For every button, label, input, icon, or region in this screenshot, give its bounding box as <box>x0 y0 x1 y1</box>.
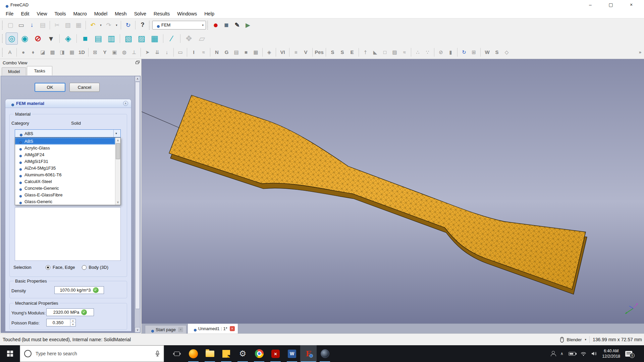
close-button[interactable]: × <box>624 0 639 9</box>
menu-item[interactable]: Macro <box>69 10 90 17</box>
maximize-button[interactable]: ▢ <box>603 0 619 9</box>
spinner-control[interactable]: ▲▼ <box>70 319 75 326</box>
app-icon-acrobat[interactable]: × <box>267 345 284 362</box>
axonometric-view-icon[interactable]: ◈ <box>62 33 74 45</box>
poisson-ratio-field[interactable]: 0.350 ▲▼ <box>46 319 76 326</box>
cube-plain-icon[interactable]: ◇ <box>502 48 511 57</box>
battery-icon[interactable] <box>569 352 576 356</box>
part-icon[interactable]: ❖ <box>183 33 195 45</box>
radio-face-edge[interactable] <box>46 265 50 270</box>
no-draw-icon[interactable]: ⊘ <box>436 48 445 57</box>
top-view-icon[interactable]: ▤ <box>92 33 104 45</box>
menu-item[interactable]: Windows <box>173 10 201 17</box>
material-option[interactable]: Concrete-Generic <box>15 185 115 191</box>
menu-item[interactable]: View <box>33 10 51 17</box>
whats-this-icon[interactable]: ? <box>138 20 148 30</box>
toolbar-grip[interactable] <box>2 34 3 43</box>
microphone-icon[interactable] <box>155 351 160 357</box>
app-icon-word[interactable]: W <box>284 345 300 362</box>
document-tab[interactable]: Unnamed1 : 1* × <box>187 323 238 334</box>
macro-edit-icon[interactable]: ✎ <box>232 20 242 30</box>
macro-stop-icon[interactable]: ■ <box>221 20 231 30</box>
save-icon[interactable]: ↓ <box>27 20 37 30</box>
start-button[interactable] <box>0 345 20 362</box>
combo-view-tab[interactable]: Model <box>2 67 26 75</box>
bar-icon[interactable]: ▮ <box>446 48 455 57</box>
cube-grid-icon[interactable]: ▦ <box>251 48 260 57</box>
new-file-icon[interactable]: ▢ <box>5 20 15 30</box>
cortana-icon[interactable] <box>24 350 32 357</box>
cut-icon[interactable]: ✂ <box>52 20 62 30</box>
bottom-view-icon[interactable]: ▨ <box>136 33 148 45</box>
refresh-icon[interactable]: ↻ <box>123 20 133 30</box>
right-view-icon[interactable]: ▥ <box>105 33 117 45</box>
app-icon-explorer[interactable] <box>202 345 218 362</box>
mesh-group-icon[interactable]: ◍ <box>120 48 129 57</box>
cube-striped-icon[interactable]: ▤ <box>232 48 241 57</box>
print-icon[interactable]: ▤ <box>38 20 48 30</box>
dropdown-scrollbar[interactable]: ∧ ∨ <box>115 138 120 205</box>
close-tab-icon[interactable]: × <box>230 326 235 331</box>
pes-icon[interactable]: Pes <box>315 48 324 57</box>
cube-n-icon[interactable]: N <box>212 48 221 57</box>
chevron-down-icon[interactable]: ▾ <box>585 338 586 341</box>
toolbar-grip[interactable] <box>149 21 150 29</box>
material-option[interactable]: Acrylic-Glass <box>15 144 115 151</box>
list-icon[interactable]: ≡ <box>291 48 301 57</box>
cube-pair-icon[interactable]: ◈ <box>265 48 274 57</box>
mesh-region-icon[interactable]: ▣ <box>110 48 119 57</box>
app-icon-settings[interactable]: ⚙ <box>234 345 251 362</box>
cube-w-icon[interactable]: W <box>483 48 492 57</box>
mesh-select-icon[interactable]: ➤ <box>143 48 152 57</box>
group-icon[interactable]: ▱ <box>196 33 208 45</box>
bent-plate-icon[interactable]: ◣ <box>371 48 380 57</box>
shape-from-text-icon[interactable]: A <box>5 48 14 57</box>
copy-icon[interactable]: ▧ <box>63 20 73 30</box>
scroll-up-icon[interactable]: ∧ <box>115 138 120 143</box>
open-file-icon[interactable]: ▭ <box>16 20 26 30</box>
box-icon[interactable]: ▩ <box>48 48 57 57</box>
combo-view-tab[interactable]: Tasks <box>27 66 52 75</box>
mesh-boundary-layer-icon[interactable]: ⊥ <box>129 48 139 57</box>
app-icon-viewer[interactable] <box>317 345 333 362</box>
sphere-icon[interactable]: ● <box>19 48 28 57</box>
action-center-icon[interactable]: 1 <box>625 351 632 357</box>
mesh-netgen-icon[interactable]: Y <box>100 48 109 57</box>
grid-icon[interactable]: ⊞ <box>469 48 478 57</box>
material-option[interactable]: CalculiX-Steel <box>15 178 115 185</box>
ok-button[interactable]: OK <box>35 83 65 92</box>
menu-item[interactable]: Tools <box>51 10 70 17</box>
thermometer-wave-icon[interactable]: ≈ <box>199 48 208 57</box>
scrollbar-thumb[interactable] <box>116 143 120 159</box>
material-option[interactable]: AlMgSi1F31 <box>15 158 115 165</box>
density-field[interactable]: 1070.00 kg/m^3 ✓ <box>54 286 104 294</box>
solver-elmer-icon[interactable]: E <box>347 48 357 57</box>
measure-icon[interactable]: ∕ <box>166 33 178 45</box>
collapse-section-icon[interactable]: ∧ <box>123 101 128 106</box>
shaded-box-icon[interactable]: ▨ <box>390 48 399 57</box>
scrollbar-thumb[interactable] <box>135 82 140 309</box>
taskbar-clock[interactable]: 6:40 AM 12/2/2018 <box>602 348 620 359</box>
workbench-selector[interactable]: FEM ▾ <box>152 21 206 29</box>
menu-item[interactable]: Model <box>91 10 111 17</box>
sync-icon[interactable]: ↻ <box>460 48 469 57</box>
material-option[interactable]: ABS <box>15 138 115 144</box>
scroll-up-icon[interactable]: ∧ <box>135 76 140 81</box>
cube-dark-icon[interactable]: ■ <box>241 48 251 57</box>
front-view-icon[interactable]: ■ <box>79 33 91 45</box>
tasks-scrollbar[interactable]: ∧ ∨ <box>135 76 140 333</box>
cancel-button[interactable]: Cancel <box>69 83 100 92</box>
scroll-down-icon[interactable]: ∨ <box>115 199 120 205</box>
undo-icon[interactable]: ↶ <box>88 20 98 30</box>
mesh-refine-icon[interactable]: ⇊ <box>153 48 162 57</box>
beam-1d-icon[interactable]: 1D <box>77 48 86 57</box>
constraint-v-icon[interactable]: V <box>301 48 310 57</box>
zoom-selection-icon[interactable]: ◉ <box>19 33 31 45</box>
app-icon-sticky-notes[interactable] <box>218 345 234 362</box>
particles-icon[interactable]: ∴ <box>413 48 422 57</box>
solver-calculix-icon[interactable]: S <box>328 48 337 57</box>
toolbar-grip[interactable] <box>2 21 3 29</box>
combobox-dropdown-icon[interactable]: ▾ <box>113 130 119 137</box>
material-option[interactable]: AlMg3F24 <box>15 151 115 158</box>
material-option[interactable]: AlZn4-5Mg1F35 <box>15 165 115 171</box>
